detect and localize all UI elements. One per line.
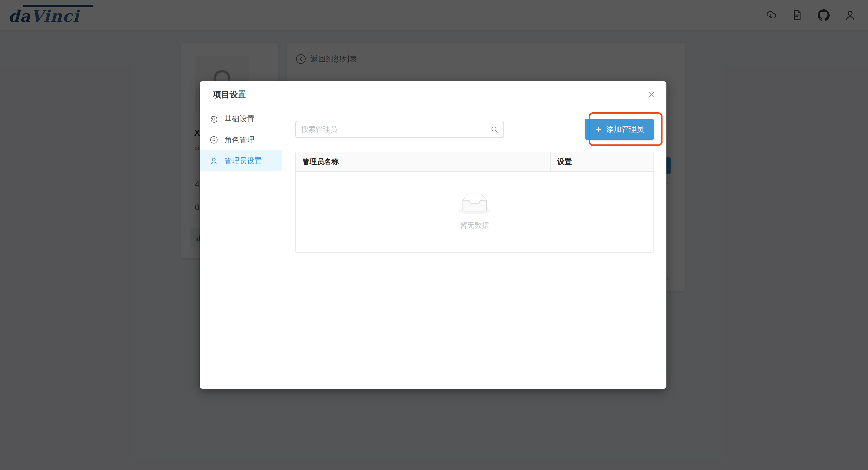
table-empty-state: 暂无数据 bbox=[296, 172, 653, 253]
sidebar-item-basic-settings[interactable]: 基础设置 bbox=[200, 108, 282, 129]
modal-body: 基础设置 角色管理 bbox=[200, 108, 666, 389]
app-stage: daVinci bbox=[0, 0, 868, 470]
registered-icon bbox=[209, 136, 218, 144]
modal-title: 项目设置 bbox=[213, 89, 246, 100]
sidebar-item-label: 管理员设置 bbox=[224, 156, 262, 166]
empty-box-icon bbox=[458, 194, 491, 215]
modal-header: 项目设置 bbox=[200, 81, 666, 108]
sidebar-item-role-management[interactable]: 角色管理 bbox=[200, 129, 282, 150]
empty-state-label: 暂无数据 bbox=[460, 221, 489, 230]
add-admin-button[interactable]: 添加管理员 bbox=[585, 119, 654, 140]
close-icon[interactable] bbox=[645, 89, 658, 101]
sidebar-item-label: 基础设置 bbox=[224, 114, 254, 124]
admin-settings-panel: 添加管理员 管理员名称 设置 bbox=[282, 108, 666, 389]
admin-search-box bbox=[296, 121, 504, 138]
admin-toolbar: 添加管理员 bbox=[296, 119, 654, 140]
search-icon bbox=[491, 126, 498, 133]
project-settings-modal: 项目设置 基础设置 bbox=[200, 81, 666, 389]
admin-table: 管理员名称 设置 bbox=[296, 152, 654, 253]
table-header-admin-name: 管理员名称 bbox=[296, 152, 551, 171]
table-header-row: 管理员名称 设置 bbox=[296, 152, 653, 172]
plus-icon bbox=[595, 126, 602, 133]
modal-sidebar: 基础设置 角色管理 bbox=[200, 108, 282, 389]
user-icon bbox=[209, 157, 218, 165]
sidebar-item-label: 角色管理 bbox=[224, 135, 254, 145]
add-admin-button-label: 添加管理员 bbox=[606, 124, 644, 135]
gear-icon bbox=[209, 115, 218, 124]
table-header-settings: 设置 bbox=[551, 152, 653, 171]
sidebar-item-admin-settings[interactable]: 管理员设置 bbox=[200, 150, 282, 171]
search-input[interactable] bbox=[301, 125, 491, 134]
